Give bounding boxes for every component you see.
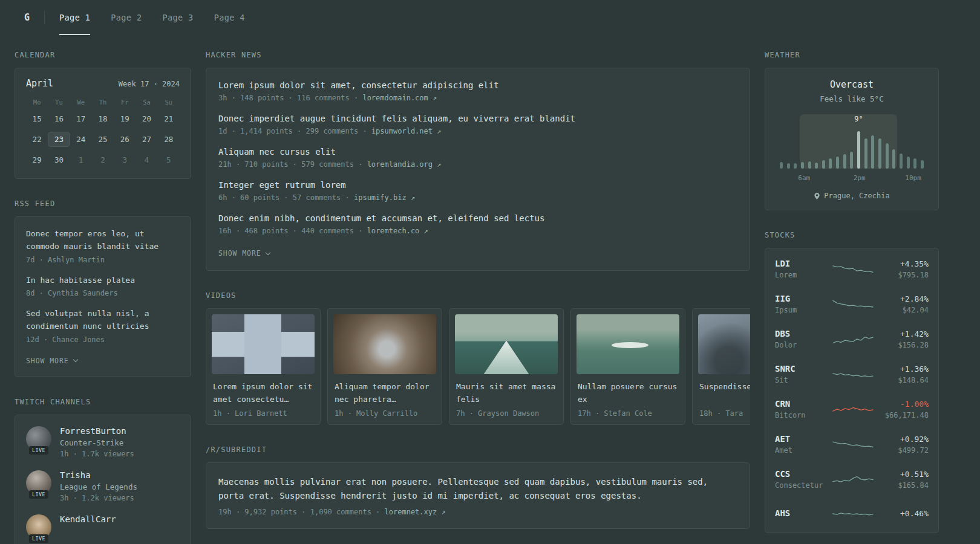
video-row: Lorem ipsum dolor sit amet consectetu…1h…	[206, 308, 750, 425]
external-domain-link[interactable]: loremdomain.com ↗	[362, 94, 437, 102]
hn-item[interactable]: Donec imperdiet augue tincidunt felis al…	[218, 114, 737, 135]
calendar-widget: CALENDAR April Week 17 · 2024 MoTuWeThFr…	[15, 51, 191, 179]
hn-item-title[interactable]: Aliquam nec cursus elit	[218, 147, 737, 157]
external-domain-link[interactable]: loremlandia.org ↗	[367, 160, 442, 169]
video-card[interactable]: Mauris sit amet massa felis7h · Grayson …	[449, 308, 564, 425]
stock-name: Sit	[775, 376, 832, 384]
weather-bar	[857, 131, 860, 169]
stock-change: +1.42%	[874, 329, 929, 338]
video-thumbnail[interactable]	[455, 314, 558, 374]
calendar-day: 19	[114, 111, 136, 126]
tab-page-2[interactable]: Page 2	[111, 0, 142, 35]
stock-symbol: CCS	[775, 469, 832, 479]
stock-change-block: +0.46%	[874, 509, 929, 518]
stock-name: Lorem	[775, 271, 832, 279]
stock-symbol-block: CCSConsectetur	[775, 469, 832, 490]
video-card[interactable]: Lorem ipsum dolor sit amet consectetu…1h…	[206, 308, 321, 425]
middle-column: HACKER NEWS Lorem ipsum dolor sit amet, …	[206, 51, 750, 544]
stock-sparkline	[832, 470, 874, 488]
stock-symbol: AHS	[775, 508, 832, 518]
external-domain-link[interactable]: ipsumify.biz ↗	[354, 193, 415, 202]
rss-show-more-button[interactable]: SHOW MORE	[26, 357, 77, 365]
stock-symbol: LDI	[775, 259, 832, 268]
weather-condition: Overcast	[775, 79, 929, 90]
hn-item-meta: 3h · 148 points · 116 comments · loremdo…	[218, 94, 737, 102]
stock-sparkline	[832, 295, 874, 313]
calendar-day-header: Tu	[48, 99, 70, 106]
app-logo[interactable]: G	[24, 12, 30, 23]
stock-symbol-block: AETAmet	[775, 434, 832, 455]
current-temp-label: 9°	[854, 115, 863, 123]
hn-item-title[interactable]: Donec enim nibh, condimentum et accumsan…	[218, 213, 737, 223]
subreddit-section-title: /R/SUBREDDIT	[206, 445, 750, 454]
stock-change-block: +2.84%$42.04	[874, 294, 929, 314]
subreddit-post-title[interactable]: Maecenas mollis pulvinar erat non posuer…	[218, 475, 737, 503]
channel-info: ForrestBurtonCounter-Strike1h · 1.7k vie…	[60, 426, 134, 458]
twitch-channel[interactable]: LIVEForrestBurtonCounter-Strike1h · 1.7k…	[26, 426, 180, 458]
stock-row[interactable]: SNRCSit+1.36%$148.64	[775, 357, 929, 392]
twitch-widget: TWITCH CHANNELS LIVEForrestBurtonCounter…	[15, 398, 191, 544]
weather-bar	[787, 163, 790, 169]
video-thumbnail[interactable]	[577, 314, 679, 374]
external-domain-link[interactable]: loremtech.co ↗	[367, 227, 428, 235]
hn-show-more-button[interactable]: SHOW MORE	[218, 249, 270, 257]
twitch-channel-list: LIVEForrestBurtonCounter-Strike1h · 1.7k…	[26, 426, 180, 540]
stock-price: $156.28	[874, 341, 929, 349]
hn-item[interactable]: Aliquam nec cursus elit21h · 710 points …	[218, 147, 737, 169]
tab-page-4[interactable]: Page 4	[214, 0, 245, 35]
video-card[interactable]: Nullam posuere cursus ex17h · Stefan Col…	[570, 308, 685, 425]
calendar-day: 3	[114, 152, 136, 167]
stock-row[interactable]: AHS+0.46%	[775, 497, 929, 529]
hn-item-title[interactable]: Lorem ipsum dolor sit amet, consectetur …	[218, 80, 737, 90]
map-pin-icon	[814, 192, 820, 200]
calendar-day: 25	[92, 132, 114, 147]
weather-feels-like: Feels like 5°C	[775, 94, 929, 103]
video-card[interactable]: Suspendisse diam18h · Tara	[692, 308, 750, 425]
weather-bar	[913, 158, 916, 169]
video-card[interactable]: Aliquam tempor dolor nec pharetra…1h · M…	[327, 308, 442, 425]
stock-row[interactable]: IIGIpsum+2.84%$42.04	[775, 287, 929, 322]
calendar-day: 17	[70, 111, 92, 126]
weather-bar	[794, 163, 797, 169]
rss-item[interactable]: In hac habitasse platea8d · Cynthia Saun…	[26, 274, 180, 298]
twitch-channel[interactable]: LIVEKendallCarr	[26, 514, 180, 540]
hn-item[interactable]: Integer eget rutrum lorem6h · 60 points …	[218, 180, 737, 202]
weather-bar	[801, 162, 804, 169]
external-domain-link[interactable]: ipsumworld.net ↗	[371, 127, 442, 135]
stock-sparkline	[832, 435, 874, 453]
tab-page-3[interactable]: Page 3	[162, 0, 193, 35]
stock-row[interactable]: LDILorem+4.35%$795.18	[775, 251, 929, 287]
weather-bar	[815, 163, 818, 169]
channel-avatar: LIVE	[26, 470, 51, 496]
hn-item-title[interactable]: Integer eget rutrum lorem	[218, 180, 737, 190]
rss-widget: RSS FEED Donec tempor eros leo, ut commo…	[15, 199, 191, 377]
stock-row[interactable]: CRNBitcorn-1.00%$66,171.48	[775, 392, 929, 427]
calendar-header: April Week 17 · 2024	[26, 78, 180, 89]
calendar-day: 18	[92, 111, 114, 126]
hn-item-title[interactable]: Donec imperdiet augue tincidunt felis al…	[218, 114, 737, 123]
stock-change-block: +1.42%$156.28	[874, 329, 929, 349]
stock-row[interactable]: CCSConsectetur+0.51%$165.84	[775, 462, 929, 497]
video-thumbnail[interactable]	[698, 314, 750, 374]
calendar-day-header: Sa	[136, 99, 157, 106]
rss-item[interactable]: Donec tempor eros leo, ut commodo mauris…	[26, 228, 180, 264]
video-thumbnail[interactable]	[333, 314, 436, 374]
twitch-channel[interactable]: LIVETrishaLeague of Legends3h · 1.2k vie…	[26, 470, 180, 502]
stock-row[interactable]: DBSDolor+1.42%$156.28	[775, 322, 929, 357]
rss-item[interactable]: Sed volutpat nulla nisl, a condimentum n…	[26, 308, 180, 344]
stock-symbol-block: CRNBitcorn	[775, 399, 832, 419]
hn-item[interactable]: Donec enim nibh, condimentum et accumsan…	[218, 213, 737, 235]
stock-sparkline	[832, 504, 874, 522]
weather-x-label: 10pm	[905, 174, 921, 182]
external-domain-link[interactable]: loremnet.xyz ↗	[385, 508, 446, 516]
weather-chart: 9°	[779, 114, 925, 169]
tab-page-1[interactable]: Page 1	[59, 0, 90, 35]
hn-item[interactable]: Lorem ipsum dolor sit amet, consectetur …	[218, 80, 737, 102]
stock-row[interactable]: AETAmet+0.92%$499.72	[775, 427, 929, 462]
video-title: Nullam posuere cursus ex	[577, 381, 679, 406]
hn-item-meta: 6h · 60 points · 57 comments · ipsumify.…	[218, 193, 737, 202]
stock-symbol: CRN	[775, 399, 832, 409]
stock-symbol: SNRC	[775, 364, 832, 374]
hn-item-meta: 16h · 468 points · 440 comments · loremt…	[218, 227, 737, 235]
video-thumbnail[interactable]	[212, 314, 315, 374]
